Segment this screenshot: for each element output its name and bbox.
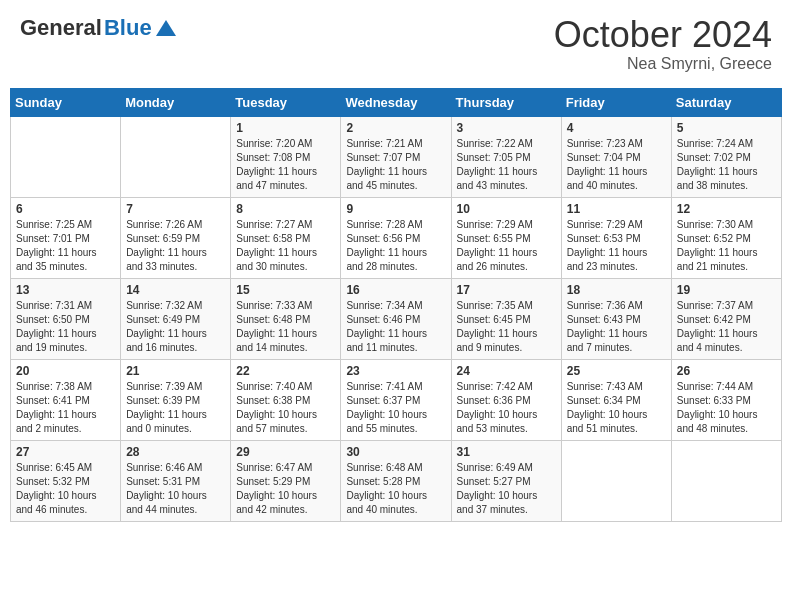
calendar-cell: 7Sunrise: 7:26 AMSunset: 6:59 PMDaylight…: [121, 197, 231, 278]
day-info: Sunrise: 7:37 AMSunset: 6:42 PMDaylight:…: [677, 299, 776, 355]
day-info: Sunrise: 7:25 AMSunset: 7:01 PMDaylight:…: [16, 218, 115, 274]
day-info: Sunrise: 7:31 AMSunset: 6:50 PMDaylight:…: [16, 299, 115, 355]
day-info: Sunrise: 7:34 AMSunset: 6:46 PMDaylight:…: [346, 299, 445, 355]
calendar-cell: 8Sunrise: 7:27 AMSunset: 6:58 PMDaylight…: [231, 197, 341, 278]
calendar-cell: 3Sunrise: 7:22 AMSunset: 7:05 PMDaylight…: [451, 116, 561, 197]
day-number: 6: [16, 202, 115, 216]
calendar-cell: [671, 440, 781, 521]
calendar-cell: 12Sunrise: 7:30 AMSunset: 6:52 PMDayligh…: [671, 197, 781, 278]
calendar-cell: 25Sunrise: 7:43 AMSunset: 6:34 PMDayligh…: [561, 359, 671, 440]
calendar-header-row: SundayMondayTuesdayWednesdayThursdayFrid…: [11, 88, 782, 116]
calendar-cell: 23Sunrise: 7:41 AMSunset: 6:37 PMDayligh…: [341, 359, 451, 440]
day-info: Sunrise: 7:32 AMSunset: 6:49 PMDaylight:…: [126, 299, 225, 355]
calendar-table: SundayMondayTuesdayWednesdayThursdayFrid…: [10, 88, 782, 522]
day-info: Sunrise: 7:23 AMSunset: 7:04 PMDaylight:…: [567, 137, 666, 193]
day-number: 12: [677, 202, 776, 216]
day-info: Sunrise: 7:41 AMSunset: 6:37 PMDaylight:…: [346, 380, 445, 436]
day-number: 31: [457, 445, 556, 459]
day-number: 10: [457, 202, 556, 216]
day-info: Sunrise: 7:20 AMSunset: 7:08 PMDaylight:…: [236, 137, 335, 193]
day-number: 25: [567, 364, 666, 378]
calendar-cell: 31Sunrise: 6:49 AMSunset: 5:27 PMDayligh…: [451, 440, 561, 521]
calendar-cell: 20Sunrise: 7:38 AMSunset: 6:41 PMDayligh…: [11, 359, 121, 440]
day-info: Sunrise: 6:46 AMSunset: 5:31 PMDaylight:…: [126, 461, 225, 517]
calendar-cell: 24Sunrise: 7:42 AMSunset: 6:36 PMDayligh…: [451, 359, 561, 440]
day-number: 14: [126, 283, 225, 297]
day-info: Sunrise: 7:44 AMSunset: 6:33 PMDaylight:…: [677, 380, 776, 436]
day-number: 20: [16, 364, 115, 378]
calendar-day-header: Sunday: [11, 88, 121, 116]
day-info: Sunrise: 7:30 AMSunset: 6:52 PMDaylight:…: [677, 218, 776, 274]
day-info: Sunrise: 7:42 AMSunset: 6:36 PMDaylight:…: [457, 380, 556, 436]
day-number: 8: [236, 202, 335, 216]
page-header: General Blue October 2024 Nea Smyrni, Gr…: [10, 10, 782, 78]
location-subtitle: Nea Smyrni, Greece: [554, 55, 772, 73]
calendar-week-row: 6Sunrise: 7:25 AMSunset: 7:01 PMDaylight…: [11, 197, 782, 278]
calendar-cell: [11, 116, 121, 197]
calendar-body: 1Sunrise: 7:20 AMSunset: 7:08 PMDaylight…: [11, 116, 782, 521]
logo-general: General: [20, 15, 102, 41]
calendar-cell: 1Sunrise: 7:20 AMSunset: 7:08 PMDaylight…: [231, 116, 341, 197]
day-number: 19: [677, 283, 776, 297]
calendar-cell: 22Sunrise: 7:40 AMSunset: 6:38 PMDayligh…: [231, 359, 341, 440]
title-section: October 2024 Nea Smyrni, Greece: [554, 15, 772, 73]
day-number: 15: [236, 283, 335, 297]
calendar-day-header: Friday: [561, 88, 671, 116]
day-info: Sunrise: 6:47 AMSunset: 5:29 PMDaylight:…: [236, 461, 335, 517]
calendar-cell: 5Sunrise: 7:24 AMSunset: 7:02 PMDaylight…: [671, 116, 781, 197]
day-info: Sunrise: 7:40 AMSunset: 6:38 PMDaylight:…: [236, 380, 335, 436]
day-info: Sunrise: 7:21 AMSunset: 7:07 PMDaylight:…: [346, 137, 445, 193]
day-info: Sunrise: 7:27 AMSunset: 6:58 PMDaylight:…: [236, 218, 335, 274]
calendar-cell: 9Sunrise: 7:28 AMSunset: 6:56 PMDaylight…: [341, 197, 451, 278]
calendar-day-header: Wednesday: [341, 88, 451, 116]
day-number: 30: [346, 445, 445, 459]
calendar-cell: 18Sunrise: 7:36 AMSunset: 6:43 PMDayligh…: [561, 278, 671, 359]
calendar-cell: 21Sunrise: 7:39 AMSunset: 6:39 PMDayligh…: [121, 359, 231, 440]
calendar-cell: 4Sunrise: 7:23 AMSunset: 7:04 PMDaylight…: [561, 116, 671, 197]
day-info: Sunrise: 7:39 AMSunset: 6:39 PMDaylight:…: [126, 380, 225, 436]
calendar-cell: 27Sunrise: 6:45 AMSunset: 5:32 PMDayligh…: [11, 440, 121, 521]
day-info: Sunrise: 7:36 AMSunset: 6:43 PMDaylight:…: [567, 299, 666, 355]
calendar-cell: 30Sunrise: 6:48 AMSunset: 5:28 PMDayligh…: [341, 440, 451, 521]
day-info: Sunrise: 7:22 AMSunset: 7:05 PMDaylight:…: [457, 137, 556, 193]
calendar-cell: 2Sunrise: 7:21 AMSunset: 7:07 PMDaylight…: [341, 116, 451, 197]
day-number: 1: [236, 121, 335, 135]
day-number: 16: [346, 283, 445, 297]
day-number: 5: [677, 121, 776, 135]
day-number: 29: [236, 445, 335, 459]
day-number: 21: [126, 364, 225, 378]
calendar-week-row: 27Sunrise: 6:45 AMSunset: 5:32 PMDayligh…: [11, 440, 782, 521]
calendar-day-header: Thursday: [451, 88, 561, 116]
day-number: 17: [457, 283, 556, 297]
calendar-cell: 11Sunrise: 7:29 AMSunset: 6:53 PMDayligh…: [561, 197, 671, 278]
logo-blue: Blue: [104, 15, 152, 41]
day-info: Sunrise: 7:29 AMSunset: 6:53 PMDaylight:…: [567, 218, 666, 274]
day-info: Sunrise: 6:45 AMSunset: 5:32 PMDaylight:…: [16, 461, 115, 517]
day-number: 26: [677, 364, 776, 378]
day-info: Sunrise: 7:35 AMSunset: 6:45 PMDaylight:…: [457, 299, 556, 355]
day-number: 9: [346, 202, 445, 216]
day-info: Sunrise: 7:24 AMSunset: 7:02 PMDaylight:…: [677, 137, 776, 193]
day-number: 7: [126, 202, 225, 216]
calendar-week-row: 1Sunrise: 7:20 AMSunset: 7:08 PMDaylight…: [11, 116, 782, 197]
calendar-cell: 15Sunrise: 7:33 AMSunset: 6:48 PMDayligh…: [231, 278, 341, 359]
day-info: Sunrise: 7:29 AMSunset: 6:55 PMDaylight:…: [457, 218, 556, 274]
calendar-cell: 6Sunrise: 7:25 AMSunset: 7:01 PMDaylight…: [11, 197, 121, 278]
day-info: Sunrise: 7:28 AMSunset: 6:56 PMDaylight:…: [346, 218, 445, 274]
calendar-cell: [121, 116, 231, 197]
calendar-cell: 16Sunrise: 7:34 AMSunset: 6:46 PMDayligh…: [341, 278, 451, 359]
day-info: Sunrise: 6:48 AMSunset: 5:28 PMDaylight:…: [346, 461, 445, 517]
calendar-cell: 28Sunrise: 6:46 AMSunset: 5:31 PMDayligh…: [121, 440, 231, 521]
day-info: Sunrise: 7:38 AMSunset: 6:41 PMDaylight:…: [16, 380, 115, 436]
calendar-cell: [561, 440, 671, 521]
calendar-cell: 10Sunrise: 7:29 AMSunset: 6:55 PMDayligh…: [451, 197, 561, 278]
calendar-cell: 13Sunrise: 7:31 AMSunset: 6:50 PMDayligh…: [11, 278, 121, 359]
day-number: 13: [16, 283, 115, 297]
day-number: 28: [126, 445, 225, 459]
day-number: 23: [346, 364, 445, 378]
calendar-cell: 17Sunrise: 7:35 AMSunset: 6:45 PMDayligh…: [451, 278, 561, 359]
day-info: Sunrise: 7:43 AMSunset: 6:34 PMDaylight:…: [567, 380, 666, 436]
calendar-cell: 19Sunrise: 7:37 AMSunset: 6:42 PMDayligh…: [671, 278, 781, 359]
calendar-cell: 29Sunrise: 6:47 AMSunset: 5:29 PMDayligh…: [231, 440, 341, 521]
day-number: 4: [567, 121, 666, 135]
